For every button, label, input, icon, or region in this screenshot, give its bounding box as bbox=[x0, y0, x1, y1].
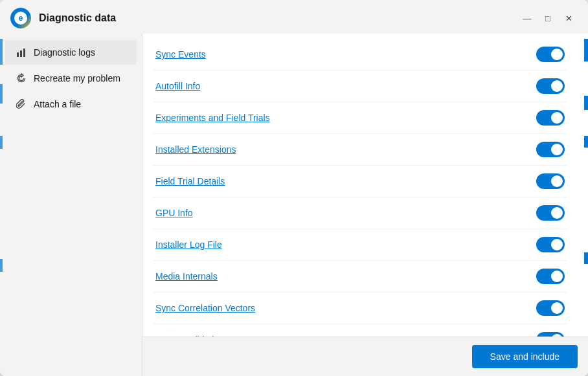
toggle-switch-experiments-field-trials[interactable] bbox=[536, 110, 565, 126]
dialog-title: Diagnostic data bbox=[39, 12, 518, 24]
toggle-row-autofill-info: Autofill Info bbox=[153, 71, 567, 102]
toggle-switch-installed-extensions[interactable] bbox=[536, 142, 565, 157]
right-accent-bar-3 bbox=[584, 136, 588, 148]
maximize-button[interactable]: □ bbox=[539, 9, 557, 27]
toggle-label-experiments-field-trials[interactable]: Experiments and Field Trials bbox=[155, 113, 270, 123]
footer: Save and include bbox=[142, 337, 588, 376]
toggle-switch-sync-correlation-vectors[interactable] bbox=[536, 300, 565, 316]
toggle-switch-installer-log-file[interactable] bbox=[536, 237, 565, 252]
sidebar-label-recreate-problem: Recreate my problem bbox=[34, 73, 120, 83]
toggle-row-sync-correlation-vectors: Sync Correlation Vectors bbox=[153, 293, 567, 324]
title-bar: e Diagnostic data — □ ✕ bbox=[0, 0, 588, 34]
app-logo: e bbox=[10, 8, 31, 28]
toggle-row-gpu-info: GPU Info bbox=[153, 197, 567, 229]
toggle-label-sync-events[interactable]: Sync Events bbox=[155, 49, 206, 60]
toggle-list: Sync EventsAutofill InfoExperiments and … bbox=[153, 39, 567, 337]
sidebar-item-diagnostic-logs[interactable]: Diagnostic logs bbox=[5, 40, 137, 65]
sidebar: Diagnostic logs Recreate my problem Atta… bbox=[0, 34, 142, 376]
toggle-label-autofill-info[interactable]: Autofill Info bbox=[155, 81, 200, 91]
sidebar-item-attach-file[interactable]: Attach a file bbox=[5, 92, 137, 116]
sidebar-label-attach-file: Attach a file bbox=[34, 99, 81, 109]
svg-rect-0 bbox=[17, 52, 19, 57]
toggle-label-installer-log-file[interactable]: Installer Log File bbox=[155, 239, 222, 250]
refresh-icon bbox=[16, 72, 27, 84]
right-accent-bar-4 bbox=[584, 252, 588, 264]
toggle-switch-sync-invalidations[interactable] bbox=[536, 332, 565, 337]
sidebar-item-recreate-problem[interactable]: Recreate my problem bbox=[5, 66, 137, 91]
paperclip-icon bbox=[16, 98, 27, 110]
content-area: Sync EventsAutofill InfoExperiments and … bbox=[142, 34, 588, 376]
toggle-switch-field-trial-details[interactable] bbox=[536, 173, 565, 189]
sidebar-label-diagnostic-logs: Diagnostic logs bbox=[34, 47, 95, 58]
left-accent-bar-3 bbox=[0, 136, 3, 149]
minimize-button[interactable]: — bbox=[518, 9, 536, 27]
bar-chart-icon bbox=[16, 47, 27, 58]
left-accent-bar-4 bbox=[0, 259, 3, 272]
left-accent-bar bbox=[0, 39, 3, 65]
right-accent-bar-1 bbox=[584, 39, 588, 61]
toggle-label-gpu-info[interactable]: GPU Info bbox=[155, 208, 193, 218]
toggle-label-media-internals[interactable]: Media Internals bbox=[155, 271, 218, 282]
toggle-label-installed-extensions[interactable]: Installed Extensions bbox=[155, 144, 236, 155]
toggle-switch-sync-events[interactable] bbox=[536, 47, 565, 62]
left-accent-bar-2 bbox=[0, 84, 3, 104]
close-button[interactable]: ✕ bbox=[560, 9, 578, 27]
toggle-switch-media-internals[interactable] bbox=[536, 269, 565, 284]
dialog: e Diagnostic data — □ ✕ Diagnostic logs bbox=[0, 0, 588, 376]
toggle-row-sync-events: Sync Events bbox=[153, 39, 567, 71]
svg-rect-1 bbox=[20, 50, 22, 57]
save-and-include-button[interactable]: Save and include bbox=[472, 345, 578, 368]
toggle-switch-gpu-info[interactable] bbox=[536, 205, 565, 221]
toggle-row-sync-invalidations: Sync Invalidations bbox=[153, 324, 567, 337]
svg-rect-2 bbox=[23, 49, 25, 57]
app-logo-letter: e bbox=[19, 14, 23, 23]
toggle-row-installed-extensions: Installed Extensions bbox=[153, 134, 567, 166]
toggle-switch-autofill-info[interactable] bbox=[536, 78, 565, 94]
toggle-label-field-trial-details[interactable]: Field Trial Details bbox=[155, 176, 225, 186]
app-logo-inner: e bbox=[14, 12, 27, 25]
toggle-label-sync-correlation-vectors[interactable]: Sync Correlation Vectors bbox=[155, 303, 255, 313]
right-accent-bar-2 bbox=[584, 96, 588, 110]
window-controls: — □ ✕ bbox=[518, 9, 578, 27]
scroll-area[interactable]: Sync EventsAutofill InfoExperiments and … bbox=[142, 34, 588, 337]
toggle-row-installer-log-file: Installer Log File bbox=[153, 229, 567, 261]
toggle-row-field-trial-details: Field Trial Details bbox=[153, 166, 567, 197]
toggle-row-experiments-field-trials: Experiments and Field Trials bbox=[153, 102, 567, 134]
main-area: Diagnostic logs Recreate my problem Atta… bbox=[0, 34, 588, 376]
toggle-row-media-internals: Media Internals bbox=[153, 261, 567, 293]
